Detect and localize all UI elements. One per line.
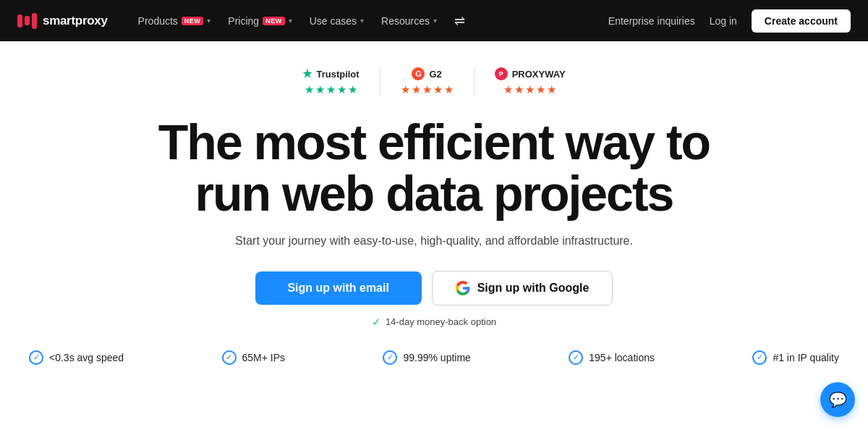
google-icon [456, 281, 470, 295]
g2-rating: G G2 ★ ★ ★ ★ ★ [380, 67, 474, 96]
star-3: ★ [422, 83, 432, 96]
stat-quality-label: #1 in IP quality [773, 352, 839, 363]
stat-speed: ✓ <0.3s avg speed [29, 350, 124, 365]
check-icon-quality: ✓ [752, 350, 767, 365]
nav-label-products: Products [138, 15, 178, 27]
proxyway-stars: ★ ★ ★ ★ ★ [503, 83, 556, 96]
shield-icon: ✓ [372, 316, 381, 329]
resources-chevron-icon: ▾ [433, 17, 437, 25]
nav-item-pricing[interactable]: Pricing NEW ▾ [221, 11, 299, 31]
nav-translate[interactable]: ⇌ [447, 9, 472, 33]
star-half: ★ [348, 83, 357, 96]
check-icon-uptime: ✓ [383, 350, 397, 365]
star-2: ★ [514, 83, 524, 96]
proxyway-name: P PROXYWAY [495, 67, 566, 80]
star-1: ★ [503, 83, 513, 96]
check-icon-ips: ✓ [222, 350, 237, 365]
proxyway-label: PROXYWAY [512, 69, 566, 80]
stat-ips: ✓ 65M+ IPs [222, 350, 286, 365]
nav-right: Enterprise inquiries Log in Create accou… [608, 9, 851, 33]
translate-icon: ⇌ [454, 13, 465, 29]
nav-login[interactable]: Log in [710, 15, 737, 27]
logo-text: smartproxy [43, 14, 108, 28]
trustpilot-label: Trustpilot [316, 69, 359, 80]
trustpilot-name: ★ Trustpilot [302, 67, 359, 80]
stat-speed-label: <0.3s avg speed [49, 352, 124, 363]
star-2: ★ [412, 83, 421, 96]
nav-label-usecases: Use cases [310, 15, 357, 27]
trustpilot-icon: ★ [302, 67, 312, 80]
star-4: ★ [433, 83, 443, 96]
hero-title: The most efficient way to run web data p… [123, 117, 745, 220]
logo[interactable]: smartproxy [17, 13, 108, 29]
nav-label-pricing: Pricing [228, 15, 259, 27]
signup-email-button[interactable]: Sign up with email [255, 271, 422, 305]
trustpilot-rating: ★ Trustpilot ★ ★ ★ ★ ★ [282, 67, 379, 96]
trustpilot-stars: ★ ★ ★ ★ ★ [305, 83, 357, 96]
signup-google-button[interactable]: Sign up with Google [432, 271, 613, 305]
star-1: ★ [305, 83, 314, 96]
cta-buttons: Sign up with email Sign up with Google [255, 271, 613, 305]
hero-subtitle: Start your journey with easy-to-use, hig… [235, 235, 633, 248]
money-back-text: 14-day money-back option [386, 316, 496, 327]
stat-uptime-label: 99.99% uptime [403, 352, 470, 363]
star-half: ★ [547, 83, 556, 96]
products-chevron-icon: ▾ [207, 17, 210, 25]
nav-item-usecases[interactable]: Use cases ▾ [302, 11, 371, 31]
stat-quality: ✓ #1 in IP quality [752, 350, 839, 365]
star-4: ★ [536, 83, 545, 96]
g2-icon: G [412, 67, 425, 80]
g2-stars: ★ ★ ★ ★ ★ [401, 83, 454, 96]
stats-row: ✓ <0.3s avg speed ✓ 65M+ IPs ✓ 99.99% up… [0, 350, 868, 365]
products-badge: NEW [182, 17, 204, 25]
usecases-chevron-icon: ▾ [360, 17, 364, 25]
stat-locations: ✓ 195+ locations [569, 350, 655, 365]
navigation: smartproxy Products NEW ▾ Pricing NEW ▾ … [0, 0, 868, 41]
proxyway-rating: P PROXYWAY ★ ★ ★ ★ ★ [474, 67, 586, 96]
stat-locations-label: 195+ locations [589, 352, 655, 363]
pricing-badge: NEW [263, 17, 285, 25]
star-2: ★ [315, 83, 325, 96]
star-1: ★ [401, 83, 410, 96]
nav-item-resources[interactable]: Resources ▾ [374, 11, 444, 31]
star-3: ★ [326, 83, 336, 96]
nav-items: Products NEW ▾ Pricing NEW ▾ Use cases ▾… [131, 9, 608, 33]
money-back-notice: ✓ 14-day money-back option [372, 316, 496, 329]
check-icon-locations: ✓ [569, 350, 583, 365]
star-4: ★ [337, 83, 346, 96]
check-icon-speed: ✓ [29, 350, 43, 365]
chat-icon: 💬 [829, 391, 847, 408]
logo-icon [17, 13, 37, 29]
g2-name: G G2 [412, 67, 441, 80]
ratings-row: ★ Trustpilot ★ ★ ★ ★ ★ G G2 ★ ★ ★ ★ ★ [282, 67, 585, 96]
chat-button[interactable]: 💬 [820, 382, 855, 417]
create-account-button[interactable]: Create account [752, 9, 851, 33]
nav-label-resources: Resources [381, 15, 430, 27]
star-3: ★ [525, 83, 535, 96]
nav-item-products[interactable]: Products NEW ▾ [131, 11, 218, 31]
nav-enterprise[interactable]: Enterprise inquiries [608, 15, 695, 27]
stat-uptime: ✓ 99.99% uptime [383, 350, 470, 365]
stat-ips-label: 65M+ IPs [242, 352, 286, 363]
g2-label: G2 [429, 69, 441, 80]
signup-google-label: Sign up with Google [477, 282, 590, 295]
proxyway-icon: P [495, 67, 508, 80]
main-content: ★ Trustpilot ★ ★ ★ ★ ★ G G2 ★ ★ ★ ★ ★ [0, 41, 868, 365]
star-half: ★ [444, 83, 454, 96]
pricing-chevron-icon: ▾ [289, 17, 292, 25]
